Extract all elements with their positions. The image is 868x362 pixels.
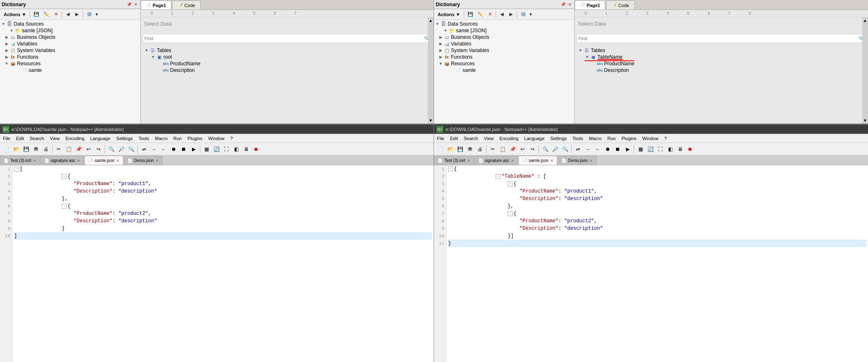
expand-icon-func[interactable]: ▶ xyxy=(4,55,9,60)
delete-button[interactable]: ✕ xyxy=(52,10,60,19)
npp-col-mode[interactable]: ▦ xyxy=(202,145,211,154)
r-npp-redo[interactable]: ↪ xyxy=(528,145,537,154)
menu-macro[interactable]: Macro xyxy=(153,136,169,141)
r-npp-search[interactable]: 🔍 xyxy=(561,145,570,154)
tree-variables[interactable]: ▶ 📊 Variables xyxy=(1,40,139,47)
r-npp-col-mode[interactable]: ▦ xyxy=(636,145,645,154)
forward-button[interactable]: ▶ xyxy=(73,10,81,19)
close-icon-r[interactable]: ✕ xyxy=(567,2,573,7)
menu-edit[interactable]: Edit xyxy=(15,136,25,141)
editor-tree-productname[interactable]: abc ProductName xyxy=(144,60,200,67)
expand-icon-res[interactable]: ▼ xyxy=(4,61,9,66)
menu-search[interactable]: Search xyxy=(29,136,46,141)
npp-sync[interactable]: 🔄 xyxy=(212,145,221,154)
tree-functions[interactable]: ▶ fx Functions xyxy=(1,54,139,60)
r-npp-save[interactable]: 💾 xyxy=(456,145,465,154)
npp-paste[interactable]: 📌 xyxy=(74,145,83,154)
editor-tree-productname-r[interactable]: abc ProductName xyxy=(578,60,634,67)
scrollbar-right-r[interactable]: ▲ ▼ xyxy=(862,17,868,124)
menu-help[interactable]: ? xyxy=(229,136,234,141)
menu-encoding[interactable]: Encoding xyxy=(64,136,86,141)
npp-undo[interactable]: ↩ xyxy=(84,145,93,154)
r-menu-edit[interactable]: Edit xyxy=(449,136,459,141)
tree-system-variables[interactable]: ▶ 📋 System Variables xyxy=(1,47,139,54)
left-tab-demo[interactable]: 📄 Demo.json ✕ xyxy=(124,156,163,165)
find-input-left[interactable] xyxy=(144,36,424,41)
npp-macro-play[interactable]: ▶ xyxy=(189,145,198,154)
actions-button[interactable]: Actions ▼ xyxy=(2,11,28,18)
editor-tree-tables-r[interactable]: ▼ ☰ Tables xyxy=(578,47,634,54)
tree-resources[interactable]: ▼ 📦 Resources xyxy=(1,60,139,67)
tab-page1-left[interactable]: 📄 Page1 xyxy=(141,0,171,10)
npp-record[interactable]: ⏺ xyxy=(252,145,261,154)
r-menu-file[interactable]: File xyxy=(436,136,446,141)
save-button-r[interactable]: 💾 xyxy=(466,10,475,19)
editor-tree-description[interactable]: abc Description xyxy=(144,67,200,74)
r-npp-macro-rec[interactable]: ⏺ xyxy=(603,145,612,154)
r-menu-macro[interactable]: Macro xyxy=(587,136,603,141)
menu-tools[interactable]: Tools xyxy=(137,136,151,141)
npp-copy[interactable]: 📋 xyxy=(64,145,73,154)
r-npp-sync[interactable]: 🔄 xyxy=(646,145,655,154)
save-button[interactable]: 💾 xyxy=(32,10,41,19)
scroll-down[interactable]: ▼ xyxy=(429,118,433,123)
expand-icon[interactable]: ▼ xyxy=(1,21,6,26)
tab-code-right[interactable]: 📝 Code xyxy=(606,0,634,10)
tree-variables-r[interactable]: ▶ 📊 Variables xyxy=(435,40,573,47)
r-menu-run[interactable]: Run xyxy=(606,136,617,141)
r-npp-cut[interactable]: ✂ xyxy=(488,145,497,154)
editor-tree-root[interactable]: ▼ ▣ root xyxy=(144,54,200,60)
r-tab-close-test[interactable]: ✕ xyxy=(467,159,470,163)
tree-resources-r[interactable]: ▼ 📦 Resources xyxy=(435,60,573,67)
r-menu-help[interactable]: ? xyxy=(663,136,668,141)
r-menu-tools[interactable]: Tools xyxy=(571,136,585,141)
tree-samle-json[interactable]: ▼ 📁 samle [JSON] xyxy=(1,27,139,34)
tree-data-sources-r[interactable]: ▼ 🗄 Data Sources xyxy=(435,21,573,27)
npp-full[interactable]: ⛶ xyxy=(222,145,231,154)
r-npp-zoom-in[interactable]: 🔍 xyxy=(541,145,550,154)
actions-button-r[interactable]: Actions ▼ xyxy=(436,11,462,18)
r-menu-encoding[interactable]: Encoding xyxy=(498,136,520,141)
npp-new[interactable]: 📄 xyxy=(2,145,11,154)
scroll-up[interactable]: ▲ xyxy=(429,18,433,23)
r-npp-new[interactable]: 📄 xyxy=(436,145,445,154)
npp-save[interactable]: 💾 xyxy=(22,145,31,154)
tab-code-left[interactable]: 📝 Code xyxy=(172,0,200,10)
settings-button-r[interactable]: ⚙️ xyxy=(519,10,528,19)
back-button-r[interactable]: ◀ xyxy=(498,10,506,19)
r-npp-wrap[interactable]: ⇌ xyxy=(573,145,583,154)
npp-indent[interactable]: → xyxy=(149,145,158,154)
r-npp-zoom-out[interactable]: 🔎 xyxy=(551,145,560,154)
tab-page1-right[interactable]: 📄 Page1 xyxy=(575,0,605,10)
r-npp-undo[interactable]: ↩ xyxy=(518,145,527,154)
menu-view[interactable]: View xyxy=(49,136,61,141)
tree-functions-r[interactable]: ▶ fx Functions xyxy=(435,54,573,60)
r-menu-search[interactable]: Search xyxy=(463,136,480,141)
tab-close-sig[interactable]: ✕ xyxy=(77,159,80,163)
r-npp-indent[interactable]: → xyxy=(583,145,592,154)
r-npp-print[interactable]: 🖨 xyxy=(475,145,484,154)
npp-zoom-out[interactable]: 🔎 xyxy=(117,145,126,154)
delete-button-r[interactable]: ✕ xyxy=(486,10,494,19)
settings-button[interactable]: ⚙️ xyxy=(85,10,94,19)
edit-button[interactable]: ✏️ xyxy=(42,10,51,19)
npp-macro-rec[interactable]: ⏺ xyxy=(169,145,178,154)
npp-zoom-in[interactable]: 🔍 xyxy=(107,145,116,154)
npp-save-all[interactable]: ⛃ xyxy=(31,145,41,154)
npp-view-change[interactable]: 🖥 xyxy=(242,145,251,154)
back-button[interactable]: ◀ xyxy=(64,10,72,19)
menu-window[interactable]: Window xyxy=(207,136,225,141)
left-tab-test[interactable]: 📄 Test (3).mrt ✕ xyxy=(0,156,40,165)
r-npp-save-all[interactable]: ⛃ xyxy=(465,145,475,154)
pin-icon[interactable]: 📌 xyxy=(126,2,132,7)
npp-print[interactable]: 🖨 xyxy=(41,145,50,154)
r-fold-3[interactable]: - xyxy=(508,181,513,186)
close-icon[interactable]: ✕ xyxy=(133,2,139,7)
r-npp-copy[interactable]: 📋 xyxy=(498,145,507,154)
scrollbar-right[interactable]: ▲ ▼ xyxy=(428,17,434,124)
menu-language[interactable]: Language xyxy=(89,136,112,141)
r-npp-panel[interactable]: ◧ xyxy=(666,145,675,154)
menu-file[interactable]: File xyxy=(2,136,12,141)
left-tab-signature[interactable]: 📄 signature.asc ✕ xyxy=(41,156,84,165)
samle-expand[interactable] xyxy=(16,68,21,73)
